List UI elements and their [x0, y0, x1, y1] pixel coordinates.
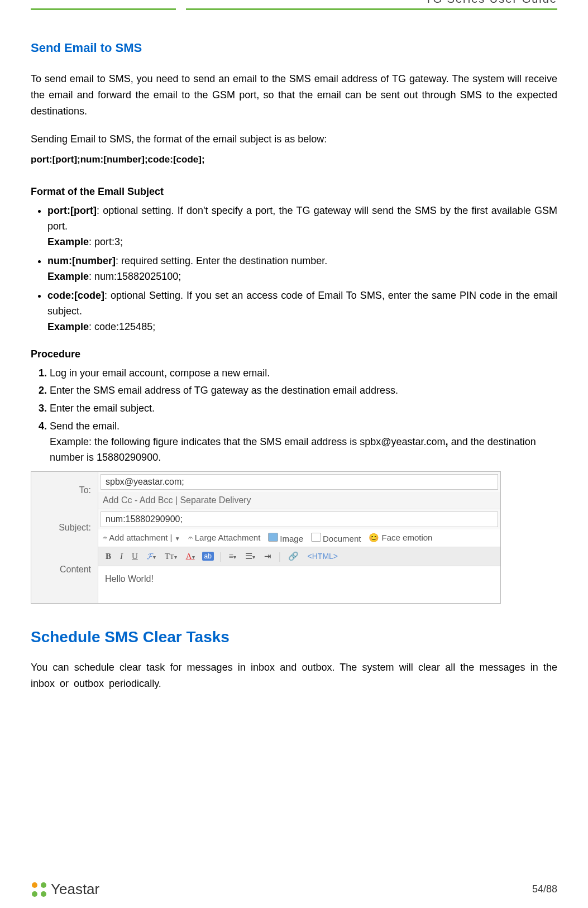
font-size-button[interactable]: TT▾: [163, 552, 179, 561]
format-heading: Format of the Email Subject: [31, 186, 557, 198]
font-color-button[interactable]: A▾: [184, 552, 197, 561]
step-4-example-pre: Example: the following figure indicates …: [50, 436, 446, 447]
step-1: Log in your email account, compose a new…: [50, 366, 557, 381]
example-label: Example: [47, 271, 89, 282]
cc-bcc-line[interactable]: Add Cc - Add Bcc | Separate Delivery: [98, 492, 500, 509]
example-label: Example: [47, 321, 89, 332]
indent-button[interactable]: ⇥: [262, 551, 273, 561]
page-footer: Yeastar 54/88: [31, 881, 557, 898]
step-4: Send the email. Example: the following f…: [50, 419, 557, 466]
intro-paragraph: To send email to SMS, you need to send a…: [31, 71, 557, 119]
bullet-desc: : optional setting. If don't specify a p…: [47, 205, 557, 232]
brand-logo: Yeastar: [31, 881, 99, 898]
bullet-port: port:[port]: optional setting. If don't …: [47, 203, 557, 250]
toolbar-separator: |: [279, 551, 281, 562]
section-heading-schedule: Schedule SMS Clear Tasks: [31, 628, 557, 646]
image-icon: [268, 533, 278, 542]
bullet-key: num:[number]: [47, 255, 116, 266]
format-bullet-list: port:[port]: optional setting. If don't …: [31, 203, 557, 334]
font-style-button[interactable]: 𝓕▾: [145, 552, 157, 561]
to-label: To:: [31, 472, 98, 509]
image-button[interactable]: Image: [268, 533, 303, 543]
example-value: : code:125485;: [89, 321, 155, 332]
procedure-heading: Procedure: [31, 348, 557, 360]
document-label: Document: [323, 534, 361, 543]
image-label: Image: [280, 534, 303, 543]
dropdown-separator: |: [170, 533, 175, 542]
paperclip-icon: 𝄐: [188, 533, 193, 542]
large-attachment-label: Large Attachment: [195, 533, 261, 542]
underline-button[interactable]: U: [130, 552, 140, 561]
bullet-desc: : required setting. Enter the destinatio…: [116, 255, 327, 266]
schedule-paragraph: You can schedule clear task for messages…: [31, 660, 557, 692]
brand-name: Yeastar: [51, 881, 99, 898]
add-attachment-label: Add attachment: [109, 533, 168, 542]
logo-icon: [31, 881, 47, 898]
link-button[interactable]: 🔗: [286, 551, 300, 561]
highlight-button[interactable]: ab: [202, 552, 214, 561]
bullet-key: port:[port]: [47, 205, 97, 216]
example-label: Example: [47, 236, 89, 247]
large-attachment-button[interactable]: 𝄐 Large Attachment: [188, 533, 261, 543]
html-button[interactable]: <HTML>: [306, 552, 340, 561]
document-icon: [311, 533, 321, 542]
step-2: Enter the SMS email address of TG gatewa…: [50, 383, 557, 399]
step-4-line1: Send the email.: [50, 420, 119, 432]
example-value: : port:3;: [89, 236, 123, 247]
email-body[interactable]: Hello World!: [98, 566, 500, 603]
chevron-down-icon: ▼: [175, 536, 180, 542]
align-button[interactable]: ≡▾: [227, 552, 237, 561]
content-label: Content: [31, 547, 98, 603]
bullet-key: code:[code]: [47, 290, 104, 301]
paperclip-icon: 𝄐: [103, 533, 107, 542]
document-button[interactable]: Document: [311, 533, 361, 543]
list-button[interactable]: ☰▾: [243, 551, 257, 561]
format-code: port:[port];num:[number];code:[code];: [31, 152, 557, 167]
bullet-code: code:[code]: optional Setting. If you se…: [47, 288, 557, 335]
subject-field[interactable]: num:15880290900;: [101, 512, 498, 527]
to-field[interactable]: spbx@yeastar.com;: [101, 474, 498, 490]
add-attachment-button[interactable]: 𝄐 Add attachment | ▼: [103, 533, 180, 543]
format-lead: Sending Email to SMS, the format of the …: [31, 131, 557, 147]
face-emotion-button[interactable]: 😊 Face emotion: [369, 533, 432, 543]
page-number: 54/88: [532, 883, 557, 895]
header-title: TG Series User Guide: [425, 0, 557, 6]
subject-label: Subject:: [31, 509, 98, 547]
italic-button[interactable]: I: [118, 552, 125, 561]
face-emotion-label: Face emotion: [382, 533, 433, 542]
email-compose-figure: To: spbx@yeastar.com; Add Cc - Add Bcc |…: [31, 471, 501, 604]
toolbar-separator: |: [219, 551, 222, 562]
step-3: Enter the email subject.: [50, 401, 557, 417]
bullet-desc: : optional Setting. If you set an access…: [47, 290, 557, 317]
bold-button[interactable]: B: [104, 552, 113, 561]
attachment-toolbar: 𝄐 Add attachment | ▼ 𝄐 Large Attachment …: [98, 529, 500, 547]
procedure-list: Log in your email account, compose a new…: [31, 366, 557, 466]
header-rule: TG Series User Guide: [31, 8, 557, 10]
editor-toolbar: B I U 𝓕▾ TT▾ A▾ ab | ≡▾ ☰▾ ⇥ | 🔗 <HTML>: [98, 547, 500, 566]
example-value: : num:15882025100;: [89, 271, 181, 282]
bullet-num: num:[number]: required setting. Enter th…: [47, 254, 557, 285]
smiley-icon: 😊: [369, 533, 379, 542]
section-heading-send-email: Send Email to SMS: [31, 41, 557, 55]
